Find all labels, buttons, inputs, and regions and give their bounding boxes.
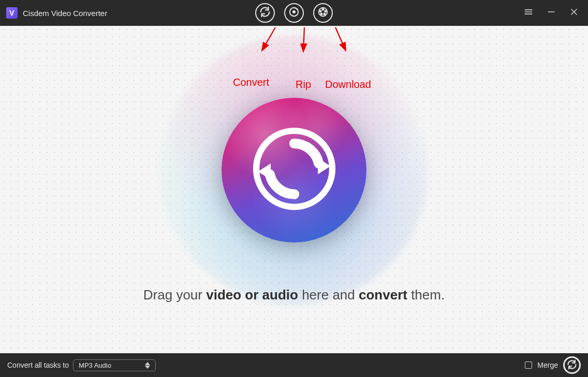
drop-hint-pre: Drag your	[143, 287, 206, 303]
annotation-download-label: Download	[325, 79, 371, 91]
mode-download-button[interactable]	[313, 3, 333, 23]
output-format-value: MP3 Audio	[79, 361, 111, 369]
titlebar-left: V Cisdem Video Converter	[0, 7, 107, 19]
svg-point-3	[322, 9, 324, 10]
svg-marker-21	[145, 366, 150, 369]
svg-marker-20	[145, 362, 150, 365]
svg-point-1	[293, 11, 295, 13]
menu-button[interactable]	[523, 7, 534, 19]
hamburger-icon	[523, 7, 534, 19]
mode-convert-button[interactable]	[255, 3, 275, 23]
titlebar: V Cisdem Video Converter	[0, 0, 588, 26]
app-title: Cisdem Video Converter	[23, 9, 107, 18]
svg-point-4	[325, 10, 326, 12]
app-logo-icon: V	[6, 7, 18, 19]
minimize-button[interactable]	[546, 7, 557, 19]
cycle-arrows-icon	[249, 124, 340, 216]
window-controls	[523, 7, 588, 19]
svg-point-6	[321, 13, 322, 14]
output-format-group: Convert all tasks to MP3 Audio	[7, 359, 156, 371]
output-format-select[interactable]: MP3 Audio	[73, 359, 156, 371]
select-stepper-icon	[145, 361, 153, 370]
close-button[interactable]	[568, 7, 580, 19]
convert-medallion	[222, 98, 366, 243]
mode-switcher	[255, 0, 333, 26]
annotation-rip-label: Rip	[296, 79, 311, 91]
svg-point-7	[320, 10, 321, 12]
app-logo-letter: V	[9, 9, 14, 17]
merge-label: Merge	[537, 361, 558, 369]
annotation-convert-label: Convert	[233, 77, 269, 88]
drop-hint-text: Drag your video or audio here and conver…	[0, 287, 588, 303]
mode-rip-button[interactable]	[284, 3, 304, 23]
bottombar-right: Merge	[525, 356, 581, 374]
drop-zone[interactable]: Drag your video or audio here and conver…	[0, 26, 588, 353]
drop-hint-mid: here and	[298, 287, 359, 303]
film-reel-icon	[317, 6, 329, 20]
minimize-icon	[546, 7, 556, 19]
disc-icon	[288, 6, 300, 20]
start-convert-button[interactable]	[563, 356, 581, 374]
convert-icon	[259, 6, 271, 20]
close-icon	[569, 7, 579, 19]
drop-hint-bold2: convert	[359, 287, 407, 303]
merge-checkbox[interactable]	[525, 361, 532, 369]
output-format-label: Convert all tasks to	[7, 361, 69, 369]
svg-point-5	[324, 13, 325, 14]
drop-hint-bold1: video or audio	[206, 287, 298, 303]
drop-hint-post: them.	[407, 287, 445, 303]
bottombar: Convert all tasks to MP3 Audio Merge	[0, 353, 588, 377]
start-convert-icon	[567, 359, 577, 371]
